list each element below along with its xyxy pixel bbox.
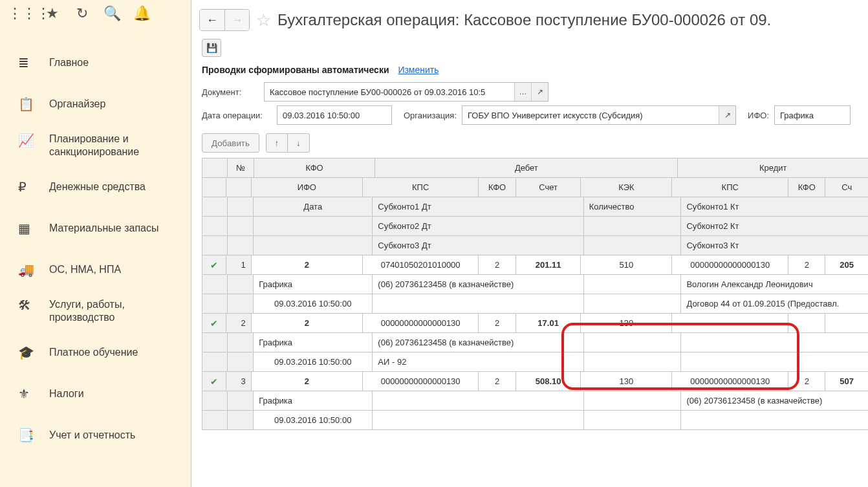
save-button[interactable]: 💾 [202,39,221,57]
date-input[interactable] [277,111,391,120]
nav-label: ОС, НМА, НПА [49,263,121,276]
nav: ≣Главное 📋Органайзер 📈Планирование и сан… [0,29,191,456]
doc-dots-button[interactable]: … [514,83,531,101]
cell-ifo: Графика [254,333,373,352]
search-icon[interactable]: 🔍 [97,5,127,22]
nav-label: Планирование и санкционирование [49,133,180,158]
cell-kfo: 2 [252,372,363,391]
doc-label: Документ: [202,87,259,97]
col-kol: Количество [584,197,682,217]
cell-kek: 510 [581,255,672,275]
nav-materials[interactable]: ▦Материальные запасы [0,208,191,249]
nav-planning[interactable]: 📈Планирование и санкционирование [0,125,191,166]
clipboard-icon: 📋 [18,96,49,112]
nav-label: Услуги, работы, производство [49,298,180,324]
add-button[interactable]: Добавить [202,133,259,153]
accounting-icon: 📑 [18,427,49,443]
col-no: № [228,158,254,178]
check-icon: ✔ [210,318,218,329]
cell-ifo: Графика [254,275,373,294]
star-icon[interactable]: ★ [38,5,67,22]
nav-main[interactable]: ≣Главное [0,42,191,83]
cell-kps2: 00000000000000130 [672,372,788,391]
table-row[interactable]: ✔ 1 2 07401050201010000 2 201.11 510 000… [202,255,868,314]
cell-kfo2: 2 [479,372,515,391]
entries-grid: № КФО Дебет Кредит ИФО КПС КФО Счет КЭК … [202,158,868,430]
org-input[interactable] [462,111,719,120]
org-label: Организация: [404,111,457,120]
nav-assets[interactable]: 🚚ОС, НМА, НПА [0,249,191,290]
status-text: Проводки сформированы автоматически [202,65,389,75]
col-sub2d: Субконто2 Дт [373,217,583,236]
date-label: Дата операции: [202,111,272,120]
nav-label: Денежные средства [49,180,146,193]
change-link[interactable]: Изменить [398,65,439,75]
page-title: Бухгалтерская операция: Кассовое поступл… [277,11,771,29]
favorite-icon[interactable]: ☆ [256,10,271,30]
nav-organizer[interactable]: 📋Органайзер [0,83,191,125]
cell-date: 09.03.2016 10:50:00 [254,411,373,430]
back-button[interactable]: ← [200,10,224,30]
nav-cash[interactable]: ₽Денежные средства [0,166,191,208]
nav-services[interactable]: 🛠Услуги, работы, производство [0,290,191,332]
cell-no: 2 [226,314,252,333]
move-down-button[interactable]: ↓ [288,133,310,153]
col-kps2: КПС [672,178,788,197]
date-input-group [277,105,392,125]
cell-no: 3 [226,372,252,391]
col-date: Дата [254,197,373,217]
col-kek: КЭК [581,178,672,197]
doc-input-group: … ↗ [264,82,548,102]
nav-label: Учет и отчетность [49,429,135,442]
ifo-input[interactable] [775,111,850,120]
col-kfo: КФО [254,158,375,178]
cell-kps: 00000000000000130 [363,314,479,333]
ruble-icon: ₽ [18,179,49,195]
form-date-row: Дата операции: Организация: ↗ ИФО: [199,103,868,127]
forward-button[interactable]: → [224,10,249,30]
doc-open-button[interactable]: ↗ [531,83,548,101]
form-doc-row: Документ: … ↗ [199,80,868,103]
doc-input[interactable] [265,87,514,97]
col-check [202,158,228,178]
bell-icon[interactable]: 🔔 [127,5,157,22]
org-input-group: ↗ [462,105,736,125]
cell-ifo: Графика [254,391,373,411]
tools-icon: 🛠 [18,298,49,313]
col-credit: Кредит [678,158,868,178]
col-kfo2: КФО [479,178,515,197]
cell-kfo: 2 [252,255,363,275]
col-kps: КПС [363,178,479,197]
move-up-button[interactable]: ↑ [266,133,288,153]
nav-label: Материальные запасы [49,222,158,235]
sub-toolbar: 💾 [199,38,868,65]
nav-education[interactable]: 🎓Платное обучение [0,332,191,373]
apps-icon[interactable]: ⋮⋮⋮ [8,5,38,22]
cell-sch: 508.10 [516,372,581,391]
cell-sub1d: (06) 20736123458 (в казначействе) [681,391,868,411]
header-bar: ← → ☆ Бухгалтерская операция: Кассовое п… [199,4,868,38]
menu-icon: ≣ [18,55,49,70]
cell-date: 09.03.2016 10:50:00 [254,294,373,314]
cell-kfo2: 2 [479,255,515,275]
cell-no: 1 [226,255,252,275]
col-ifo: ИФО [252,178,363,197]
check-icon: ✔ [210,376,218,387]
cell-kek: 130 [581,372,672,391]
graduation-icon: 🎓 [18,345,49,360]
col-sub1d: Субконто1 Дт [373,197,583,217]
emblem-icon: ⚜ [18,386,49,402]
table-row[interactable]: ✔ 3 2 00000000000000130 2 508.10 130 000… [202,372,868,430]
org-open-button[interactable]: ↗ [719,106,735,124]
cell-kps: 00000000000000130 [363,372,479,391]
nav-reports[interactable]: 📑Учет и отчетность [0,415,191,456]
nav-taxes[interactable]: ⚜Налоги [0,373,191,415]
nav-label: Платное обучение [49,346,138,359]
table-row[interactable]: ✔ 2 2 00000000000000130 2 17.01 130 Граф… [202,314,868,372]
col-sub1k: Субконто1 Кт [681,197,868,217]
cell-kfo2: 2 [479,314,515,333]
col-sub3d: Субконто3 Дт [373,236,583,255]
top-icons: ⋮⋮⋮ ★ ↻ 🔍 🔔 [0,0,191,29]
history-icon[interactable]: ↻ [67,5,97,22]
cell-kek: 130 [581,314,672,333]
